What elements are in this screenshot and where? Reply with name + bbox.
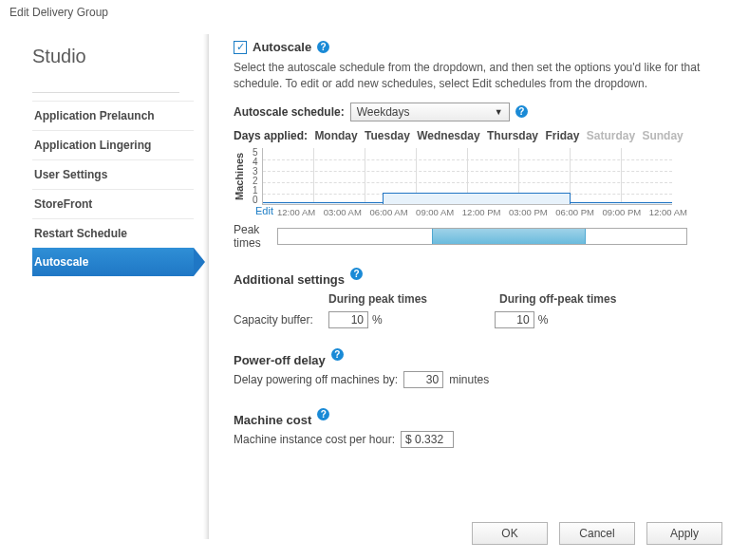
poweroff-unit: minutes xyxy=(449,373,489,386)
schedule-select[interactable]: Weekdays ▼ xyxy=(350,103,510,121)
capacity-peak-input[interactable] xyxy=(328,311,368,328)
sidebar-item-app-lingering[interactable]: Application Lingering xyxy=(32,130,194,159)
day-saturday: Saturday xyxy=(587,129,635,142)
percent-sign: % xyxy=(372,313,383,327)
chart-series-step xyxy=(383,193,571,204)
chevron-down-icon: ▼ xyxy=(495,107,503,117)
sidebar-item-user-settings[interactable]: User Settings xyxy=(32,159,194,189)
window-title: Edit Delivery Group xyxy=(0,0,749,25)
sidebar-item-restart-schedule[interactable]: Restart Schedule xyxy=(32,218,194,248)
day-tuesday: Tuesday xyxy=(365,129,410,142)
schedule-label: Autoscale schedule: xyxy=(234,105,345,119)
additional-settings-title: Additional settings xyxy=(234,272,345,287)
chart-xaxis: 12:00 AM 03:00 AM 06:00 AM 09:00 AM 12:0… xyxy=(277,207,687,217)
help-icon[interactable]: ? xyxy=(317,41,329,53)
autoscale-checkbox[interactable]: ✓ xyxy=(234,41,247,54)
sidebar-item-app-prelaunch[interactable]: Application Prelaunch xyxy=(32,101,194,130)
help-icon[interactable]: ? xyxy=(350,268,363,280)
sidebar-item-autoscale[interactable]: Autoscale xyxy=(32,248,194,276)
cancel-button[interactable]: Cancel xyxy=(559,522,635,545)
sidebar-item-storefront[interactable]: StoreFront xyxy=(32,189,194,218)
chart-edit-link[interactable]: Edit xyxy=(245,205,273,216)
help-icon[interactable]: ? xyxy=(317,408,329,420)
day-thursday: Thursday xyxy=(487,129,538,142)
day-sunday: Sunday xyxy=(642,129,683,142)
days-label: Days applied: xyxy=(234,129,308,142)
schedule-value: Weekdays xyxy=(357,105,410,119)
autoscale-description: Select the autoscale schedule from the d… xyxy=(234,60,722,93)
capacity-label: Capacity buffer: xyxy=(234,313,328,327)
ok-button[interactable]: OK xyxy=(472,522,548,545)
day-wednesday: Wednesday xyxy=(417,129,479,142)
day-monday: Monday xyxy=(314,129,357,142)
chart-area[interactable] xyxy=(262,148,672,205)
apply-button[interactable]: Apply xyxy=(646,522,722,545)
peak-times-bar[interactable] xyxy=(277,228,687,245)
peak-label: Peak times xyxy=(234,223,273,250)
help-icon[interactable]: ? xyxy=(515,105,528,118)
column-headers: During peak times During off-peak times xyxy=(328,292,722,306)
autoscale-title: Autoscale xyxy=(253,40,311,54)
percent-sign: % xyxy=(538,313,549,327)
cost-title: Machine cost xyxy=(234,413,311,427)
chart-ylabel: Machines xyxy=(234,148,249,205)
help-icon[interactable]: ? xyxy=(331,348,344,361)
brand: Studio xyxy=(32,46,209,67)
col-peak: During peak times xyxy=(328,292,499,306)
button-bar: OK Cancel Apply xyxy=(472,522,722,545)
main-panel: ✓ Autoscale ? Select the autoscale sched… xyxy=(209,25,749,558)
chart-yticks: 5 4 3 2 1 0 xyxy=(253,148,258,205)
cost-input[interactable] xyxy=(401,431,454,448)
poweroff-input[interactable] xyxy=(403,371,443,388)
sidebar: Studio Application Prelaunch Application… xyxy=(0,25,209,558)
day-friday: Friday xyxy=(545,129,579,142)
peak-fill[interactable] xyxy=(432,229,586,244)
poweroff-label: Delay powering off machines by: xyxy=(234,373,398,386)
col-offpeak: During off-peak times xyxy=(499,292,616,306)
cost-label: Machine instance cost per hour: xyxy=(234,433,395,446)
days-applied: Days applied: Monday Tuesday Wednesday T… xyxy=(234,129,722,142)
divider-line xyxy=(32,92,179,93)
capacity-off-input[interactable] xyxy=(495,311,534,328)
machines-chart: Machines 5 4 3 2 1 0 xyxy=(234,148,722,205)
poweroff-title: Power-off delay xyxy=(234,353,326,367)
